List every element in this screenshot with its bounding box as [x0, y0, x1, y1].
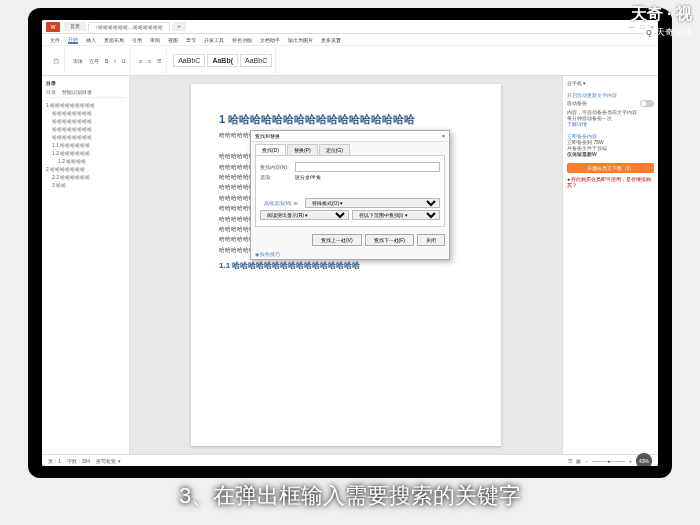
- font-select[interactable]: 宋体: [71, 57, 85, 65]
- toc-item[interactable]: 哈哈哈哈哈哈哈哈: [46, 109, 125, 117]
- document-viewport[interactable]: 1 哈哈哈哈哈哈哈哈哈哈哈哈哈哈哈哈哈 哈哈哈哈哈哈哈哈哈哈哈哈 哈哈哈哈哈哈哈…: [130, 76, 562, 454]
- zoom-slider[interactable]: ———●———: [592, 458, 625, 464]
- upgrade-button[interactable]: 开通会员立下载（1）: [567, 163, 654, 173]
- dialog-title: 查找和替换: [255, 133, 280, 139]
- titlebar: W 首页 ↑哈哈哈哈哈哈…哈哈哈哈哈哈 + — □ ×: [42, 20, 658, 34]
- tab-document[interactable]: ↑哈哈哈哈哈哈…哈哈哈哈哈哈: [88, 22, 170, 31]
- highlight-select[interactable]: 阅读突出显示(R) ▾: [260, 210, 349, 220]
- italic-icon[interactable]: I: [112, 57, 117, 65]
- learn-more-link[interactable]: 了解详情: [567, 121, 654, 127]
- find-replace-dialog: 查找和替换 × 查找(D) 替换(P) 定位(G) 查找内容(N): 选项: 区…: [250, 130, 450, 260]
- toc-item[interactable]: 哈哈哈哈哈哈哈哈: [46, 133, 125, 141]
- tab-new[interactable]: +: [172, 22, 187, 31]
- ribbon: 📋 宋体 五号 B I U ≡ ≡ ☰ AaBbC AaBb( AaBbC: [42, 46, 658, 76]
- find-input[interactable]: [295, 162, 440, 172]
- menu-home[interactable]: 开始: [68, 36, 78, 44]
- toc-item[interactable]: 2 哈哈哈哈哈哈哈: [46, 165, 125, 173]
- menu-file[interactable]: 文件: [50, 37, 60, 43]
- monitor-frame: W 首页 ↑哈哈哈哈哈哈…哈哈哈哈哈哈 + — □ × 文件 开始 插入 页面布…: [28, 8, 672, 478]
- sidebar-title: 目录: [46, 80, 125, 86]
- find-prev-button[interactable]: 查找上一处(V): [312, 234, 362, 246]
- statusbar: 页：1 字数：384 拼写检查 ▾ ☰ ▦ − ———●——— + 43%: [42, 454, 658, 466]
- close-button[interactable]: 关闭: [417, 234, 445, 246]
- list-icon[interactable]: ☰: [155, 57, 163, 65]
- menu-layout[interactable]: 页面布局: [104, 37, 124, 43]
- view-mode-icon[interactable]: ▦: [576, 458, 581, 464]
- dialog-close-icon[interactable]: ×: [442, 133, 445, 139]
- nav-sidebar: 目录 目录 智能识别目录 1 哈哈哈哈哈哈哈哈哈 哈哈哈哈哈哈哈哈 哈哈哈哈哈哈…: [42, 76, 130, 454]
- align-left-icon[interactable]: ≡: [137, 57, 144, 65]
- heading-2: 1.1 哈哈哈哈哈哈哈哈哈哈哈哈哈哈哈哈: [219, 260, 473, 271]
- option-text: 区分全/半角: [295, 174, 321, 180]
- style-h2[interactable]: AaBbC: [240, 54, 272, 67]
- autobackup-toggle[interactable]: [640, 100, 654, 107]
- dialog-tab-goto[interactable]: 定位(G): [319, 144, 350, 155]
- find-next-button[interactable]: 查找下一处(F): [365, 234, 414, 246]
- menu-dev[interactable]: 开发工具: [204, 37, 224, 43]
- search-in-select[interactable]: 在以下范围中查找(I) ▾: [352, 210, 441, 220]
- zoom-out-icon[interactable]: −: [585, 458, 588, 464]
- style-normal[interactable]: AaBbC: [173, 54, 205, 67]
- footer-hint: ● 在此购买会员即可使用，是否继续购买？: [567, 176, 654, 188]
- menu-feature[interactable]: 特色功能: [232, 37, 252, 43]
- find-label: 查找内容(N):: [260, 164, 292, 170]
- bold-icon[interactable]: B: [103, 57, 110, 65]
- toc-list: 1 哈哈哈哈哈哈哈哈哈 哈哈哈哈哈哈哈哈 哈哈哈哈哈哈哈哈 哈哈哈哈哈哈哈哈 哈…: [46, 101, 125, 189]
- tutorial-caption: 3、在弹出框输入需要搜索的关键字: [0, 481, 700, 511]
- size-select[interactable]: 五号: [87, 57, 101, 65]
- menu-insert[interactable]: 插入: [86, 37, 96, 43]
- sidebar-tab-smart[interactable]: 智能识别目录: [62, 89, 92, 95]
- tab-home[interactable]: 首页: [64, 22, 86, 31]
- status-wordcount: 字数：384: [67, 458, 90, 464]
- toc-item[interactable]: 1.1 哈哈哈哈哈哈: [46, 141, 125, 149]
- toc-item[interactable]: 哈哈哈哈哈哈哈哈: [46, 117, 125, 125]
- watermark-sub: 天奇生活: [644, 26, 692, 39]
- menu-assist[interactable]: 文档助手: [260, 37, 280, 43]
- align-center-icon[interactable]: ≡: [146, 57, 153, 65]
- toc-item[interactable]: 3 哈哈: [46, 181, 125, 189]
- toc-item[interactable]: 2.2 哈哈哈哈哈哈: [46, 173, 125, 181]
- menu-ref[interactable]: 引用: [132, 37, 142, 43]
- toc-item[interactable]: 1.2 哈哈哈哈哈哈: [46, 149, 125, 157]
- menu-more[interactable]: 更多设置: [321, 37, 341, 43]
- zoom-in-icon[interactable]: +: [629, 458, 632, 464]
- menu-review[interactable]: 审阅: [150, 37, 160, 43]
- zoom-badge[interactable]: 43%: [636, 453, 652, 467]
- view-mode-icon[interactable]: ☰: [568, 458, 572, 464]
- app-logo: W: [46, 22, 60, 32]
- section-header: 开启自动更新文字内容: [567, 92, 654, 98]
- app-window: W 首页 ↑哈哈哈哈哈哈…哈哈哈哈哈哈 + — □ × 文件 开始 插入 页面布…: [42, 20, 658, 466]
- style-h1[interactable]: AaBb(: [207, 54, 238, 67]
- advanced-link[interactable]: 高级选项(M) ≫: [260, 198, 302, 208]
- underline-icon[interactable]: U: [120, 57, 128, 65]
- menu-export[interactable]: 输出为图片: [288, 37, 313, 43]
- heading-1: 1 哈哈哈哈哈哈哈哈哈哈哈哈哈哈哈哈哈: [219, 112, 473, 127]
- special-format-select[interactable]: 特殊格式(O) ▾: [305, 198, 440, 208]
- right-panel: 云手机 ▾ 开启自动更新文字内容 自动备份 内容，可自动备份当前文字内容 每分钟…: [562, 76, 658, 454]
- toc-item[interactable]: 1 哈哈哈哈哈哈哈哈哈: [46, 101, 125, 109]
- toc-item[interactable]: 哈哈哈哈哈哈哈哈: [46, 125, 125, 133]
- panel-title[interactable]: 云手机 ▾: [567, 80, 654, 86]
- options-label: 选项:: [260, 174, 292, 180]
- main-area: 目录 目录 智能识别目录 1 哈哈哈哈哈哈哈哈哈 哈哈哈哈哈哈哈哈 哈哈哈哈哈哈…: [42, 76, 658, 454]
- menu-section[interactable]: 章节: [186, 37, 196, 43]
- sidebar-tab-toc[interactable]: 目录: [46, 89, 56, 95]
- status-page: 页：1: [48, 458, 61, 464]
- dialog-tab-replace[interactable]: 替换(P): [287, 144, 318, 155]
- status-spellcheck[interactable]: 拼写检查 ▾: [96, 458, 120, 464]
- dialog-tab-find[interactable]: 查找(D): [255, 144, 286, 155]
- paste-button[interactable]: 📋: [51, 57, 61, 65]
- info-text: 仅保留最新W: [567, 151, 654, 157]
- toc-item[interactable]: 1.2 哈哈哈哈: [46, 157, 125, 165]
- menubar: 文件 开始 插入 页面布局 引用 审阅 视图 章节 开发工具 特色功能 文档助手…: [42, 34, 658, 46]
- tips-link[interactable]: ◉ 操作技巧: [251, 249, 449, 259]
- autobackup-label: 自动备份: [567, 100, 587, 107]
- watermark-brand: 天奇 · 视: [631, 4, 692, 25]
- menu-view[interactable]: 视图: [168, 37, 178, 43]
